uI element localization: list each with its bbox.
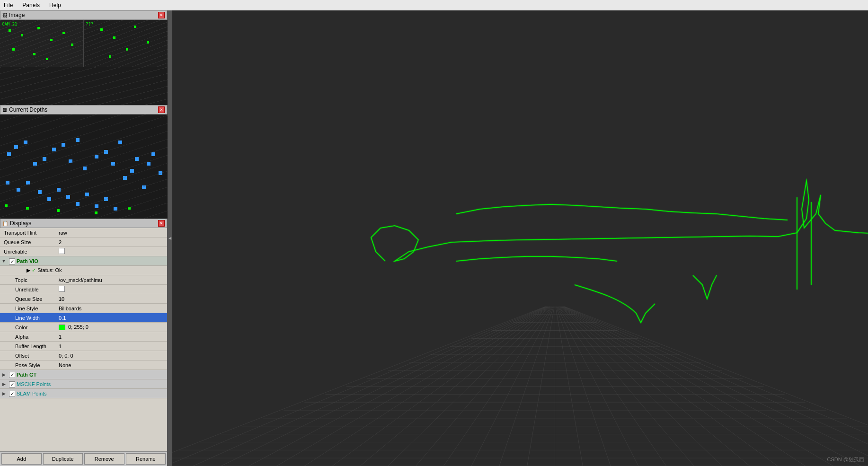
path-vio-checkbox[interactable] [9,258,15,264]
prop-unreliable-label: Unreliable [0,249,57,255]
path-vio-label: Path VIO [17,258,38,264]
3d-viewport[interactable]: CSDN @独孤西 [172,10,868,466]
msckf-expand[interactable]: ▶ [0,382,8,387]
prop-offset: Offset 0; 0; 0 [0,351,167,360]
slam-check[interactable] [9,390,15,397]
depth-blue-square [52,148,56,151]
image-panel-icon: 🖼 [2,13,7,18]
prop-pose-style: Pose Style None [0,360,167,370]
slam-checkbox[interactable] [9,391,15,397]
depth-blue-square [76,202,80,206]
menu-panels[interactable]: Panels [20,1,42,9]
prop-queue-size2: Queue Size 10 [0,294,167,304]
prop-line-width-label: Line Width [0,315,57,321]
prop-topic-value[interactable]: /ov_msckf/pathimu [57,277,167,283]
prop-transport-hint-value[interactable]: raw [57,230,167,236]
prop-color-value[interactable]: 0; 255; 0 [57,324,167,330]
path-gt-label: Path GT [17,372,36,378]
menubar: File Panels Help [0,0,868,10]
depth-blue-square [85,193,89,196]
prop-offset-label: Offset [0,353,57,359]
path-gt-check[interactable] [9,371,15,378]
image-canvas: CAM 21 ??? [0,20,168,105]
menu-help[interactable]: Help [47,1,63,9]
depth-blue-square [33,162,37,166]
depths-panel-header: 🖼 Current Depths ✕ [0,105,167,114]
duplicate-button[interactable]: Duplicate [43,453,83,465]
prop-buffer-length-value[interactable]: 1 [57,343,167,349]
section-path-vio[interactable]: ▼ Path VIO [0,256,167,266]
section-path-gt[interactable]: ▶ Path GT [0,370,167,379]
depth-blue-square [66,195,70,199]
prop-alpha-value[interactable]: 1 [57,334,167,340]
prop-pose-style-label: Pose Style [0,362,57,368]
image-panel: 🖼 Image ✕ CAM 21 [0,10,167,105]
watermark: CSDN @独孤西 [827,456,864,463]
displays-panel-close[interactable]: ✕ [158,220,165,227]
section-slam-points[interactable]: ▶ SLAM Points [0,389,167,398]
status-checkmark: ✓ [32,267,36,273]
add-button[interactable]: Add [1,453,42,465]
msckf-checkbox[interactable] [9,381,15,387]
prop-unreliable2-val[interactable] [57,286,167,293]
collapse-handle[interactable] [168,10,172,466]
prop-queue-size-label: Queue Size [0,239,57,245]
unreliable2-checkbox[interactable] [59,286,65,292]
depth-green-dot [5,204,8,207]
path-vio-expand[interactable]: ▼ [0,259,8,264]
displays-panel: 📋 Displays ✕ Transport Hint raw Queue Si… [0,219,167,466]
prop-line-style: Line Style Billboards [0,304,167,313]
prop-queue-size-value[interactable]: 2 [57,239,167,245]
prop-pose-style-value[interactable]: None [57,362,167,368]
image-panel-close[interactable]: ✕ [158,12,165,18]
depth-blue-square [57,188,61,192]
prop-queue-size2-label: Queue Size [0,296,57,302]
path-gt-expand[interactable]: ▶ [0,372,8,377]
prop-line-width-value[interactable]: 0.1 [57,315,167,321]
depth-blue-square [26,181,30,185]
status-value: Status: Ok [37,267,62,273]
prop-unreliable2-label: Unreliable [0,287,57,292]
depth-blue-square [159,171,162,175]
menu-file[interactable]: File [2,1,15,9]
main-layout: 🖼 Image ✕ CAM 21 [0,10,868,466]
prop-buffer-length-label: Buffer Length [0,343,57,349]
path-gt-checkbox[interactable] [9,372,15,378]
path-vio-check[interactable] [9,258,15,264]
slam-label: SLAM Points [17,391,47,396]
remove-button[interactable]: Remove [84,453,124,465]
depths-bg [0,114,168,219]
depths-panel-close[interactable]: ✕ [158,106,165,113]
depth-blue-square [14,145,18,149]
depths-panel: 🖼 Current Depths ✕ [0,105,167,219]
depth-blue-square [123,176,127,180]
prop-line-style-value[interactable]: Billboards [57,306,167,311]
cam-bottom [0,67,168,105]
prop-color: Color 0; 255; 0 [0,323,167,332]
displays-content[interactable]: Transport Hint raw Queue Size 2 Unreliab… [0,228,167,451]
depth-blue-square [118,141,122,144]
prop-buffer-length: Buffer Length 1 [0,342,167,351]
unreliable-checkbox-box[interactable] [59,248,65,254]
prop-queue-size2-value[interactable]: 10 [57,296,167,302]
depth-blue-square [47,197,51,201]
prop-unreliable-checkbox[interactable] [57,248,167,255]
depth-blue-square [62,143,65,147]
depth-blue-square [142,185,146,189]
depth-blue-square [95,155,98,158]
rename-button[interactable]: Rename [126,453,166,465]
depth-blue-square [83,167,87,170]
msckf-check[interactable] [9,381,15,387]
left-panel: 🖼 Image ✕ CAM 21 [0,10,168,466]
depth-blue-square [95,204,98,208]
prop-status: ▶ ✓ Status: Ok [0,266,167,275]
depth-blue-square [104,150,108,154]
prop-transport-hint: Transport Hint raw [0,228,167,237]
depths-panel-title: Current Depths [9,106,47,113]
depth-blue-square [69,159,72,163]
prop-line-style-label: Line Style [0,306,57,311]
section-msckf-points[interactable]: ▶ MSCKF Points [0,379,167,389]
prop-alpha: Alpha 1 [0,332,167,342]
prop-offset-value[interactable]: 0; 0; 0 [57,353,167,359]
slam-expand[interactable]: ▶ [0,391,8,396]
